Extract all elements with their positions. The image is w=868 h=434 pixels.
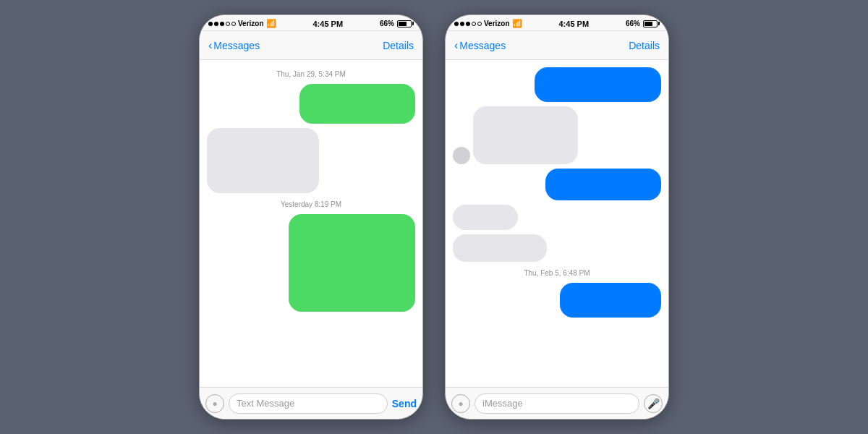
back-chevron-2: ‹ bbox=[454, 39, 458, 52]
bubble-row-sent-2-2 bbox=[453, 169, 661, 200]
signal-dot-2-1 bbox=[454, 22, 459, 26]
signal-dot-2-4 bbox=[472, 22, 476, 26]
send-button-1[interactable]: Send bbox=[392, 398, 417, 409]
signal-dot-4 bbox=[226, 22, 230, 26]
input-bar-2: ● iMessage 🎤 bbox=[446, 387, 668, 419]
camera-button-1[interactable]: ● bbox=[205, 394, 224, 413]
back-button-1[interactable]: ‹ Messages bbox=[208, 39, 260, 52]
battery-percent-2: 66% bbox=[626, 20, 640, 27]
signal-dot-5 bbox=[231, 22, 236, 26]
bubble-row-recv-2-3 bbox=[453, 234, 661, 262]
battery-icon-1 bbox=[397, 20, 414, 27]
timestamp-2-1: Thu, Feb 5, 6:48 PM bbox=[453, 269, 661, 277]
bubble-row-sent-2 bbox=[207, 214, 415, 312]
bubble-blue-2-2 bbox=[545, 169, 661, 200]
bubble-row-sent-2-1 bbox=[453, 67, 661, 102]
bubble-green-1 bbox=[299, 84, 415, 124]
messages-area-1: Thu, Jan 29, 5:34 PM Yesterday 8:19 PM bbox=[200, 60, 422, 387]
bubble-gray-2-2 bbox=[453, 205, 518, 230]
bubble-row-sent-1 bbox=[207, 84, 415, 124]
signal-dot-2-5 bbox=[477, 22, 482, 26]
bubble-row-recv-1 bbox=[207, 128, 415, 193]
mic-button-2[interactable]: 🎤 bbox=[644, 394, 663, 413]
avatar-2-1 bbox=[453, 147, 470, 164]
text-input-placeholder-2: iMessage bbox=[482, 398, 523, 409]
battery-percent-1: 66% bbox=[380, 20, 394, 27]
signal-dots-2 bbox=[454, 22, 482, 26]
signal-dot-2-3 bbox=[466, 22, 470, 26]
phone-1: Verizon 📶 4:45 PM 66% ‹ Messages Details… bbox=[199, 14, 423, 420]
status-right-1: 66% bbox=[380, 20, 414, 27]
signal-dot-3 bbox=[220, 22, 224, 26]
bubble-gray-2-1 bbox=[473, 106, 578, 164]
time-label-1: 4:45 PM bbox=[312, 20, 343, 28]
bubble-blue-2-3 bbox=[560, 283, 661, 318]
text-input-1[interactable]: Text Message bbox=[229, 393, 388, 414]
details-button-1[interactable]: Details bbox=[383, 40, 414, 51]
time-label-2: 4:45 PM bbox=[558, 20, 589, 28]
back-label-2: Messages bbox=[459, 40, 506, 51]
status-left-2: Verizon 📶 bbox=[454, 19, 522, 28]
bubble-row-recv-2-2 bbox=[453, 205, 661, 230]
back-label-1: Messages bbox=[213, 40, 260, 51]
bubble-row-recv-2-1 bbox=[453, 106, 661, 164]
nav-bar-2: ‹ Messages Details bbox=[446, 31, 668, 60]
status-right-2: 66% bbox=[626, 20, 660, 27]
carrier-label: Verizon bbox=[238, 20, 264, 27]
carrier-label-2: Verizon bbox=[484, 20, 510, 27]
signal-dots bbox=[208, 22, 236, 26]
battery-icon-2 bbox=[643, 20, 660, 27]
status-bar-1: Verizon 📶 4:45 PM 66% bbox=[200, 15, 422, 31]
input-bar-1: ● Text Message Send bbox=[200, 387, 422, 419]
back-chevron-1: ‹ bbox=[208, 39, 212, 52]
details-button-2[interactable]: Details bbox=[629, 40, 660, 51]
camera-button-2[interactable]: ● bbox=[451, 394, 470, 413]
timestamp-1: Thu, Jan 29, 5:34 PM bbox=[207, 70, 415, 78]
status-bar-2: Verizon 📶 4:45 PM 66% bbox=[446, 15, 668, 31]
bubble-gray-2-3 bbox=[453, 234, 547, 262]
back-button-2[interactable]: ‹ Messages bbox=[454, 39, 506, 52]
bubble-green-2 bbox=[289, 214, 415, 312]
signal-dot-2 bbox=[214, 22, 218, 26]
wifi-icon-2: 📶 bbox=[512, 19, 522, 28]
status-left-1: Verizon 📶 bbox=[208, 19, 276, 28]
phone-2: Verizon 📶 4:45 PM 66% ‹ Messages Details bbox=[445, 14, 669, 420]
text-input-2[interactable]: iMessage bbox=[475, 393, 639, 414]
bubble-gray-1 bbox=[207, 128, 319, 193]
signal-dot-2-2 bbox=[460, 22, 464, 26]
bubble-blue-2-1 bbox=[535, 67, 661, 102]
text-input-placeholder-1: Text Message bbox=[237, 398, 294, 409]
messages-area-2: Thu, Feb 5, 6:48 PM bbox=[446, 60, 668, 387]
wifi-icon: 📶 bbox=[266, 19, 276, 28]
signal-dot-1 bbox=[208, 22, 213, 26]
bubble-row-sent-2-3 bbox=[453, 283, 661, 318]
timestamp-2: Yesterday 8:19 PM bbox=[207, 200, 415, 208]
nav-bar-1: ‹ Messages Details bbox=[200, 31, 422, 60]
